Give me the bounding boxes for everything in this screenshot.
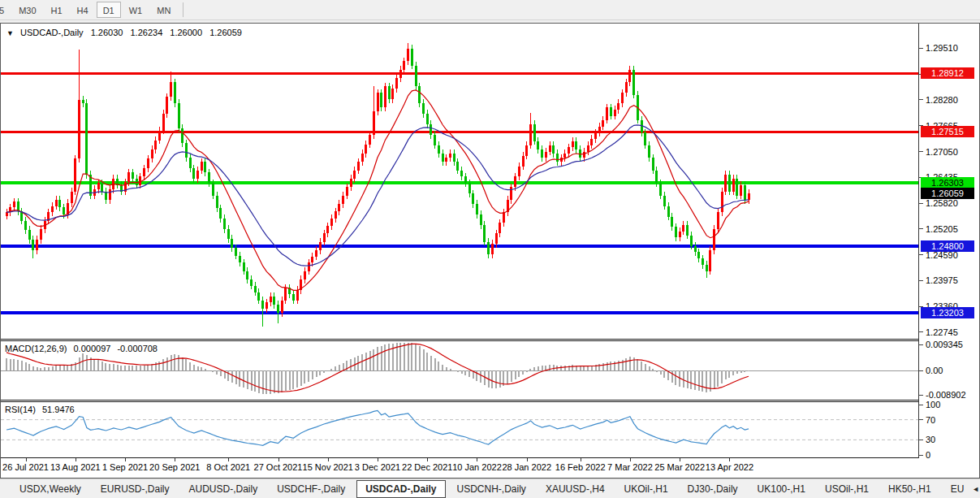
rsi-panel[interactable]: RSI(14) 51.9476 [1,402,918,457]
price-tick-label: 1.28280 [926,95,958,105]
price-tick-mark [919,203,923,204]
date-label: 13 Aug 2021 [50,462,101,472]
macd-tick-mark [919,344,923,345]
macd-indicator-name: MACD(12,26,9) [5,344,67,353]
date-label: 15 Nov 2021 [303,462,353,472]
price-tick-mark [919,48,923,49]
price-tick-mark [919,331,923,332]
price-tick-mark [919,151,923,152]
macd-tick-label: -0.008902 [926,390,966,400]
price-tick-label: 1.25205 [926,224,958,234]
timeframe-button-h4[interactable]: H4 [71,2,95,18]
rsi-tick-label: 30 [926,435,935,444]
rsi-indicator-name: RSI(14) [5,405,36,414]
date-tick-mark [26,458,27,461]
macd-main-value: 0.000097 [73,344,110,353]
date-label: 25 Mar 2022 [654,462,705,472]
date-tick-mark [175,458,175,461]
timeframe-button-5[interactable]: 5 [0,2,11,18]
chart-tab-eu[interactable]: EU [943,481,973,497]
price-tick-mark [919,254,923,255]
macd-panel[interactable]: MACD(12,26,9) 0.000097 -0.000708 [1,341,918,400]
chart-header: ▼ USDCAD-,Daily 1.26030 1.26234 1.26000 … [6,28,247,37]
chart-symbol-label: USDCAD-,Daily [20,28,84,37]
date-tick-mark [680,458,680,461]
macd-tick-mark [919,370,923,371]
ohlc-close-value: 1.26059 [209,28,242,37]
chart-tab-eurusd-daily[interactable]: EURUSD-,Daily [93,481,178,497]
one-click-trading-arrow-icon[interactable]: ▼ [6,29,14,37]
chart-tab-audusd-daily[interactable]: AUDUSD-,Daily [180,481,266,497]
price-level-badge: 1.27515 [921,126,974,137]
rsi-tick-label: 70 [926,415,935,425]
date-label: 3 Dec 2021 [355,462,400,472]
chart-tab-ukoil-h1[interactable]: UKOil-,H1 [616,481,676,497]
date-label: 7 Mar 2022 [607,462,653,472]
date-label: 22 Dec 2021 [402,462,452,472]
date-label: 20 Sep 2021 [149,462,200,472]
date-tick-mark [378,458,378,461]
date-tick-mark [427,458,428,461]
rsi-tick-mark [919,440,923,440]
price-tick-mark [919,99,923,100]
price-axis[interactable]: 1.295101.288951.282801.276651.270501.264… [919,24,979,458]
timeframe-toolbar: 5M30H1H4D1W1MN [0,0,980,20]
ohlc-low-value: 1.26000 [170,28,202,37]
rsi-label: RSI(14) 51.9476 [5,405,79,414]
chart-tab-usdcad-daily[interactable]: USDCAD-,Daily [356,480,445,498]
tab-scroll-left-icon[interactable]: ◄ [972,485,979,493]
date-tick-mark [228,458,229,461]
date-label: 27 Oct 2021 [254,462,303,472]
toolbar-separator [183,2,183,17]
chart-tab-usdcnh-daily[interactable]: USDCNH-,Daily [449,481,534,497]
candlestick-chart [1,24,918,339]
rsi-tick-label: 0 [926,450,930,458]
date-tick-mark [729,458,730,461]
date-label: 28 Jan 2022 [502,462,551,472]
price-tick-label: 1.25820 [926,198,958,208]
ohlc-high-value: 1.26234 [131,28,163,37]
chart-tab-uk100-h1[interactable]: UK100-,H1 [749,481,814,497]
tab-scroll-arrows: ◄► [972,485,980,493]
chart-tab-usoil-h1[interactable]: USOil-,H1 [817,481,877,497]
trading-terminal: 5M30H1H4D1W1MN ▼ USDCAD-,Daily 1.26030 1… [0,0,980,498]
price-tick-mark [919,280,923,281]
price-tick-label: 1.22745 [926,327,958,337]
price-level-badge: 1.24800 [921,240,974,252]
chart-tab-usdx-weekly[interactable]: USDX,Weekly [11,481,89,497]
chart-tab-hk50-h1[interactable]: HK50-,H1 [880,481,939,497]
timeframe-button-m30[interactable]: M30 [12,2,42,18]
date-tick-mark [527,458,528,461]
ohlc-open-value: 1.26030 [91,28,123,37]
date-tick-mark [76,458,76,461]
date-tick-mark [328,458,329,461]
macd-signal-value: -0.000708 [117,344,158,353]
price-tick-label: 1.27050 [926,147,958,157]
chart-tab-usdchf-daily[interactable]: USDCHF-,Daily [269,481,353,497]
date-tick-mark [278,458,279,461]
date-tick-mark [125,458,126,461]
timeframe-button-d1[interactable]: D1 [97,2,121,18]
rsi-tick-mark [919,455,923,456]
chart-tab-xauusd-h4[interactable]: XAUUSD-,H4 [537,481,613,497]
chart-window: ▼ USDCAD-,Daily 1.26030 1.26234 1.26000 … [0,23,980,479]
macd-label: MACD(12,26,9) 0.000097 -0.000708 [5,344,162,353]
price-level-badge: 1.28912 [921,67,974,79]
price-level-badge: 1.26059 [921,188,974,199]
macd-tick-label: 0.009345 [926,340,963,349]
price-tick-label: 1.29510 [926,43,958,53]
macd-tick-mark [919,395,923,396]
price-tick-label: 1.23975 [926,275,958,285]
timeframe-button-w1[interactable]: W1 [123,2,149,18]
rsi-chart [1,402,918,457]
price-level-badge: 1.23203 [921,307,974,318]
chart-tab-dj30-daily[interactable]: DJ30-,Daily [680,481,746,497]
rsi-value: 51.9476 [42,405,75,414]
timeframe-button-h1[interactable]: H1 [45,2,69,18]
date-label: 8 Oct 2021 [206,462,250,472]
date-label: 26 Jul 2021 [2,462,49,472]
price-chart-panel[interactable]: ▼ USDCAD-,Daily 1.26030 1.26234 1.26000 … [1,24,918,339]
timeframe-button-mn[interactable]: MN [150,2,177,18]
date-axis[interactable]: 26 Jul 202113 Aug 20211 Sep 202120 Sep 2… [1,458,979,478]
date-label: 10 Jan 2022 [452,462,502,472]
